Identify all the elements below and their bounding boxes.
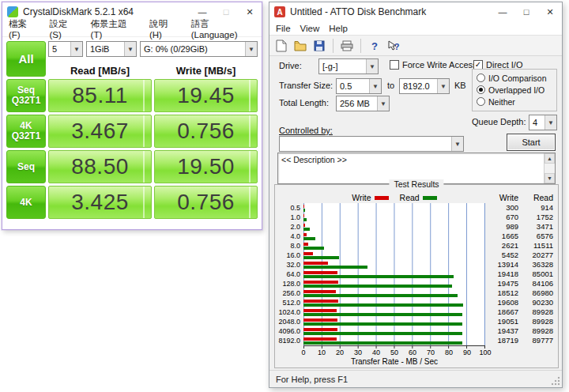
seq-button[interactable]: Seq bbox=[6, 150, 46, 183]
chevron-down-icon: ▼ bbox=[366, 59, 378, 74]
svg-text:?: ? bbox=[394, 42, 400, 51]
atto-toolbar: ? ? bbox=[269, 36, 562, 56]
cdm-menu-theme[interactable]: 佈景主題(T) bbox=[91, 18, 138, 40]
atto-chart-rows: 0.53009141.067017522.098934714.016656576… bbox=[275, 203, 558, 345]
queue-depth-dropdown[interactable]: 4 ▼ bbox=[529, 115, 557, 130]
force-write-access-checkbox[interactable]: Force Write Access bbox=[390, 60, 477, 70]
chevron-down-icon: ▼ bbox=[451, 137, 463, 151]
write-bar bbox=[303, 300, 338, 303]
read-values-header: Read bbox=[523, 193, 558, 202]
transfer-size-tick: 2.0 bbox=[275, 222, 303, 232]
about-icon[interactable]: ? bbox=[366, 37, 383, 55]
x-axis-label: Transfer Rate - MB / Sec bbox=[303, 356, 485, 366]
test-results-group: Test Results Write Read Write Read 0.530… bbox=[274, 184, 559, 368]
x-tick-label: 50 bbox=[390, 349, 398, 356]
maximize-icon[interactable]: □ bbox=[514, 2, 538, 21]
legend-read: Read bbox=[400, 193, 437, 202]
4k-q32t1-button[interactable]: 4KQ32T1 bbox=[6, 115, 46, 148]
seq-q32t1-write-score: 19.45 bbox=[154, 79, 258, 112]
description-scrollbar[interactable]: ▲ ▼ bbox=[544, 153, 555, 183]
plot-cell bbox=[303, 317, 485, 326]
test-count-dropdown[interactable]: 5 ▼ bbox=[48, 41, 83, 57]
drive-dropdown[interactable]: [-g-] ▼ bbox=[318, 58, 379, 74]
io-mode-radio-group: I/O Comparison Overlapped I/O Neither bbox=[472, 69, 557, 111]
test-size-value: 1GiB bbox=[87, 44, 124, 54]
atto-menu-help[interactable]: Help bbox=[329, 24, 348, 33]
write-bar bbox=[303, 318, 337, 322]
transfer-size-from-dropdown[interactable]: 0.5 ▼ bbox=[336, 78, 382, 94]
read-value: 11511 bbox=[523, 241, 558, 251]
write-value: 13914 bbox=[485, 260, 523, 270]
test-results-title: Test Results bbox=[389, 179, 443, 189]
run-all-button[interactable]: All bbox=[6, 41, 46, 77]
controlled-by-dropdown[interactable]: ▼ bbox=[279, 136, 464, 152]
read-value: 36328 bbox=[523, 260, 558, 270]
result-row: 0.5300914 bbox=[275, 203, 558, 213]
4k-read-score: 3.425 bbox=[48, 186, 152, 219]
atto-menu-file[interactable]: File bbox=[276, 24, 291, 33]
context-help-icon[interactable]: ? bbox=[385, 37, 402, 55]
kb-unit-label: KB bbox=[454, 81, 466, 90]
seq-q32t1-button[interactable]: SeqQ32T1 bbox=[6, 79, 46, 112]
cdm-menu-file[interactable]: 檔案(F) bbox=[9, 18, 38, 40]
atto-menu-view[interactable]: View bbox=[300, 24, 320, 33]
cdm-menu-language[interactable]: 語言(Language) bbox=[191, 18, 255, 40]
total-length-value: 256 MB bbox=[337, 99, 377, 108]
plot-cell bbox=[303, 279, 485, 288]
transfer-size-tick: 1024.0 bbox=[275, 307, 303, 317]
read-bar bbox=[303, 266, 367, 269]
atto-window: A Untitled - ATTO Disk Benchmark — □ ✕ F… bbox=[269, 2, 563, 388]
print-icon[interactable] bbox=[338, 37, 356, 55]
target-drive-dropdown[interactable]: G: 0% (0/29GiB) ▼ bbox=[140, 41, 258, 57]
controlled-by-label: Controlled by: bbox=[279, 126, 333, 135]
transfer-size-tick: 1.0 bbox=[275, 213, 303, 222]
x-tick-label: 90 bbox=[463, 349, 471, 356]
transfer-to-value: 8192.0 bbox=[400, 81, 437, 91]
transfer-size-tick: 4096.0 bbox=[275, 326, 303, 336]
minimize-icon[interactable]: — bbox=[491, 2, 514, 21]
open-folder-icon[interactable] bbox=[292, 37, 309, 55]
close-icon[interactable]: ✕ bbox=[538, 2, 562, 21]
write-value: 19608 bbox=[485, 298, 523, 307]
write-bar bbox=[303, 309, 337, 312]
transfer-size-to-dropdown[interactable]: 8192.0 ▼ bbox=[399, 78, 450, 94]
write-column-header: Write [MB/s] bbox=[154, 61, 258, 77]
total-length-dropdown[interactable]: 256 MB ▼ bbox=[336, 96, 390, 111]
atto-titlebar[interactable]: A Untitled - ATTO Disk Benchmark — □ ✕ bbox=[269, 2, 562, 21]
resize-grip[interactable] bbox=[551, 376, 560, 386]
save-icon[interactable] bbox=[311, 37, 328, 55]
write-value: 19475 bbox=[485, 279, 523, 288]
atto-statusbar: For Help, press F1 bbox=[269, 370, 562, 387]
result-row: 4.016656576 bbox=[275, 232, 558, 241]
write-values-header: Write bbox=[485, 193, 523, 202]
write-value: 18667 bbox=[485, 307, 523, 317]
read-swatch-icon bbox=[423, 196, 437, 200]
4k-button[interactable]: 4K bbox=[6, 186, 46, 219]
new-file-icon[interactable] bbox=[273, 37, 290, 55]
plot-cell bbox=[303, 213, 485, 222]
x-tick-label: 40 bbox=[372, 349, 380, 356]
cdm-menu-settings[interactable]: 設定(S) bbox=[49, 18, 79, 40]
crystaldiskmark-window: CrystalDiskMark 5.2.1 x64 — □ ✕ 檔案(F) 設定… bbox=[2, 2, 262, 230]
read-value: 84106 bbox=[523, 279, 558, 288]
scroll-down-icon[interactable]: ▼ bbox=[545, 173, 555, 183]
read-bar bbox=[303, 209, 305, 212]
result-row: 2.09893471 bbox=[275, 222, 558, 232]
x-tick-label: 10 bbox=[318, 349, 326, 356]
test-size-dropdown[interactable]: 1GiB ▼ bbox=[86, 41, 137, 57]
write-value: 18719 bbox=[485, 336, 523, 345]
overlapped-io-radio[interactable]: Overlapped I/O bbox=[477, 84, 552, 96]
write-bar bbox=[303, 243, 308, 246]
scroll-up-icon[interactable]: ▲ bbox=[545, 153, 555, 164]
cdm-menu-help[interactable]: 說明(H) bbox=[149, 18, 180, 40]
x-tick-label: 20 bbox=[336, 349, 344, 356]
svg-text:?: ? bbox=[371, 40, 378, 51]
io-comparison-radio[interactable]: I/O Comparison bbox=[477, 72, 552, 84]
write-value: 989 bbox=[485, 222, 523, 232]
read-bar bbox=[303, 303, 463, 307]
total-length-label: Total Length: bbox=[279, 98, 329, 107]
result-row: 32.01391436328 bbox=[275, 260, 558, 270]
neither-radio[interactable]: Neither bbox=[477, 96, 552, 107]
atto-chart-axis-labels: 0102030405060708090100 bbox=[275, 349, 558, 356]
start-button[interactable]: Start bbox=[507, 134, 556, 151]
